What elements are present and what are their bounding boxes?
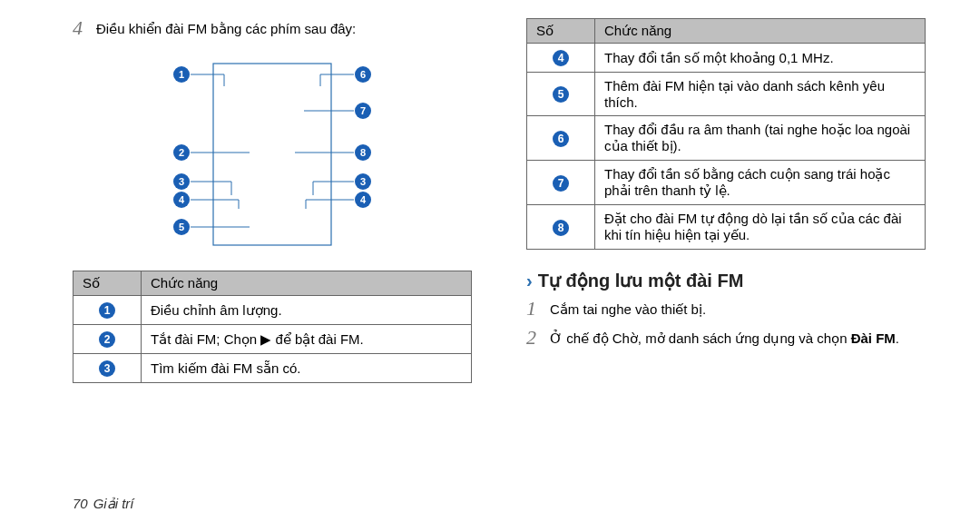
func-desc: Tắt đài FM; Chọn ▶ để bật đài FM. — [142, 325, 472, 354]
diagram-bullet: 4 — [355, 192, 371, 208]
func-desc: Thay đổi tần số một khoảng 0,1 MHz. — [595, 44, 926, 73]
step-text: Cắm tai nghe vào thiết bị. — [550, 299, 706, 318]
step-number: 1 — [526, 299, 543, 319]
col-header-num: Số — [527, 19, 595, 44]
table-row: 6 Thay đổi đầu ra âm thanh (tai nghe hoặ… — [527, 116, 926, 161]
diagram-bullet: 8 — [355, 144, 371, 161]
fm-diagram: 1 2 3 4 5 6 7 8 3 4 — [141, 54, 404, 254]
func-desc: Tìm kiếm đài FM sẵn có. — [142, 354, 472, 383]
svg-text:4: 4 — [179, 194, 185, 205]
step-1: 1 Cắm tai nghe vào thiết bị. — [526, 299, 926, 319]
svg-text:7: 7 — [360, 105, 366, 116]
step-number: 2 — [526, 328, 543, 348]
bullet-icon: 8 — [553, 220, 569, 236]
svg-text:6: 6 — [360, 69, 366, 80]
func-desc: Đặt cho đài FM tự động dò lại tần số của… — [595, 205, 926, 250]
svg-text:3: 3 — [360, 176, 366, 187]
col-header-func: Chức năng — [142, 271, 472, 296]
svg-text:3: 3 — [179, 176, 184, 187]
diagram: 1 2 3 4 5 6 7 8 3 4 — [73, 47, 472, 271]
diagram-bullet: 7 — [355, 103, 371, 119]
svg-text:4: 4 — [360, 194, 367, 205]
bullet-icon: 6 — [553, 131, 569, 147]
table-row: 4 Thay đổi tần số một khoảng 0,1 MHz. — [527, 44, 926, 73]
diagram-bullet: 4 — [173, 192, 190, 208]
step-4: 4 Điều khiển đài FM bằng các phím sau đâ… — [73, 18, 472, 38]
step-text-pre: Ở chế độ Chờ, mở danh sách ứng dụng và c… — [550, 330, 851, 346]
table-row: 7 Thay đổi tần số bằng cách cuộn sang tr… — [527, 161, 926, 205]
step-text-bold: Đài FM — [851, 330, 896, 346]
diagram-bullet: 2 — [173, 144, 190, 161]
func-desc: Thay đổi tần số bằng cách cuộn sang trái… — [595, 161, 926, 205]
left-column: 4 Điều khiển đài FM bằng các phím sau đâ… — [73, 18, 472, 383]
section-heading: › Tự động lưu một đài FM — [526, 270, 926, 291]
table-row: 1 Điều chỉnh âm lượng. — [74, 296, 472, 325]
svg-text:5: 5 — [179, 222, 184, 232]
svg-rect-0 — [213, 64, 331, 245]
step-2: 2 Ở chế độ Chờ, mở danh sách ứng dụng và… — [526, 328, 926, 348]
table-row: 8 Đặt cho đài FM tự động dò lại tần số c… — [527, 205, 926, 250]
heading-text: Tự động lưu một đài FM — [538, 270, 744, 291]
section-name: Giải trí — [93, 496, 134, 512]
func-desc: Điều chỉnh âm lượng. — [142, 296, 472, 325]
svg-text:8: 8 — [360, 147, 366, 158]
bullet-icon: 1 — [99, 302, 115, 319]
table-row: 3 Tìm kiếm đài FM sẵn có. — [74, 354, 472, 383]
page-footer: 70 Giải trí — [73, 496, 134, 512]
bullet-icon: 2 — [99, 331, 115, 348]
svg-text:1: 1 — [179, 69, 184, 80]
diagram-bullet: 6 — [355, 66, 371, 83]
bullet-icon: 4 — [553, 50, 569, 66]
function-table-left: Số Chức năng 1 Điều chỉnh âm lượng. 2 Tắ… — [73, 271, 472, 383]
func-desc: Thay đổi đầu ra âm thanh (tai nghe hoặc … — [595, 116, 926, 161]
col-header-num: Số — [74, 271, 142, 296]
step-text: Điều khiển đài FM bằng các phím sau đây: — [96, 18, 356, 37]
diagram-bullet: 5 — [173, 219, 190, 235]
bullet-icon: 7 — [553, 175, 569, 192]
bullet-icon: 3 — [99, 360, 115, 377]
page-number: 70 — [73, 496, 88, 512]
bullet-icon: 5 — [553, 86, 569, 103]
func-desc: Thêm đài FM hiện tại vào danh sách kênh … — [595, 73, 926, 116]
chevron-icon: › — [526, 271, 533, 291]
table-row: 5 Thêm đài FM hiện tại vào danh sách kên… — [527, 73, 926, 116]
svg-text:2: 2 — [179, 147, 184, 158]
table-row: 2 Tắt đài FM; Chọn ▶ để bật đài FM. — [74, 325, 472, 354]
diagram-bullet: 3 — [355, 173, 371, 190]
diagram-bullet: 1 — [173, 66, 190, 83]
col-header-func: Chức năng — [595, 19, 926, 44]
step-text-post: . — [896, 330, 899, 346]
diagram-bullet: 3 — [173, 173, 190, 190]
function-table-right: Số Chức năng 4 Thay đổi tần số một khoản… — [526, 18, 926, 250]
right-column: Số Chức năng 4 Thay đổi tần số một khoản… — [526, 18, 926, 383]
step-text: Ở chế độ Chờ, mở danh sách ứng dụng và c… — [550, 328, 899, 347]
step-number: 4 — [73, 18, 89, 38]
